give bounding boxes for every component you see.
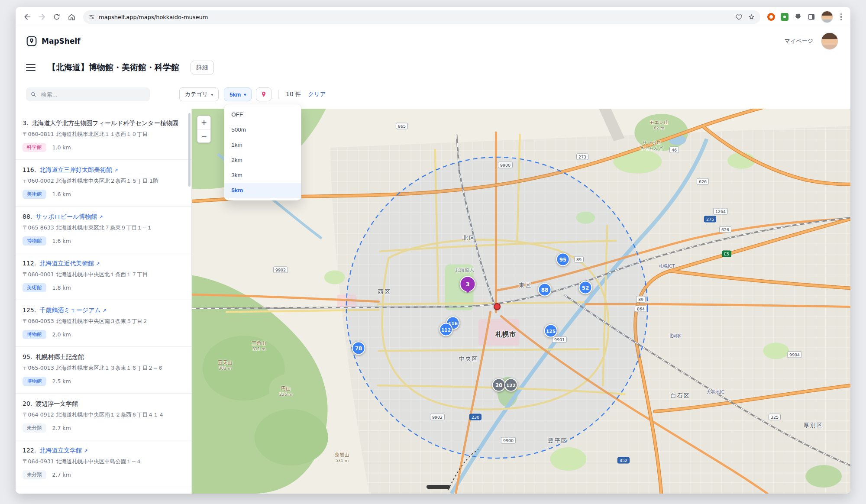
radius-dropdown[interactable]: 5km ▾ OFF500m1km2km3km5km: [224, 87, 252, 101]
list-item[interactable]: 95.札幌村郷土記念館 〒065-0013 北海道札幌市東区北１３条東１６丁目２…: [16, 347, 191, 394]
map-marker[interactable]: 3: [460, 276, 476, 292]
radius-option[interactable]: 5km: [224, 183, 301, 198]
radius-option[interactable]: OFF: [224, 107, 301, 122]
radius-dropdown-panel: OFF500m1km2km3km5km: [224, 104, 301, 200]
result-count: 10 件: [286, 90, 301, 98]
list-item-index: 88.: [23, 213, 32, 220]
category-badge: 博物館: [23, 377, 46, 386]
map-marker[interactable]: 112: [439, 323, 453, 336]
mypage-link[interactable]: マイページ: [785, 37, 813, 45]
radius-option[interactable]: 3km: [224, 168, 301, 183]
list-item-title: 122.北海道立文学館↗: [23, 447, 183, 455]
extension-orange-icon[interactable]: [767, 13, 775, 21]
distance-label: 2.0 km: [52, 331, 71, 338]
map-marker[interactable]: 122: [504, 378, 518, 392]
search-icon: [30, 91, 36, 98]
list-item-address: 〒060-0053 北海道札幌市中央区南３条東５丁目２: [23, 318, 183, 325]
list-item-title: 88.サッポロビール博物館↗: [23, 213, 183, 221]
clear-button[interactable]: クリア: [308, 90, 326, 98]
extensions-puzzle-icon[interactable]: [794, 13, 802, 21]
list-item[interactable]: 122.北海道立文学館↗ 〒064-0931 北海道札幌市中央区中島公園１−４ …: [16, 440, 191, 487]
detail-button[interactable]: 詳細: [191, 61, 214, 74]
category-dropdown[interactable]: カテゴリ ▾: [179, 87, 219, 101]
browser-menu-button[interactable]: [839, 12, 844, 23]
distance-label: 1.0 km: [52, 144, 71, 151]
app-logo[interactable]: MapShelf: [26, 36, 81, 47]
radius-option[interactable]: 500m: [224, 122, 301, 137]
home-button[interactable]: [64, 10, 79, 24]
external-link-icon: ↗: [96, 261, 100, 267]
list-item[interactable]: 116.北海道立三岸好太郎美術館↗ 〒060-0002 北海道札幌市中央区北２条…: [16, 160, 191, 207]
list-item-title: 20.渡辺淳一文学館: [23, 400, 183, 408]
browser-extensions-area: [765, 11, 847, 23]
list-item-title: 125.千歳鶴酒ミュージアム↗: [23, 307, 183, 314]
search-box: [26, 87, 150, 101]
list-item-address: 〒060-0002 北海道札幌市中央区北２条西１５丁目 1階: [23, 178, 183, 185]
category-badge: 美術館: [23, 283, 46, 292]
bookmark-star-icon[interactable]: [748, 13, 755, 21]
search-center-pin: [494, 303, 501, 310]
map-marker[interactable]: 95: [556, 253, 570, 266]
zoom-out-button[interactable]: −: [197, 129, 210, 142]
list-item-name[interactable]: サッポロビール博物館: [36, 213, 97, 220]
content-area: 3.北海道大学北方生物圏フィールド科学センター植物園 〒060-0811 北海道…: [16, 109, 850, 494]
list-item-index: 95.: [23, 353, 32, 360]
map-marker[interactable]: 78: [352, 342, 365, 355]
result-list: 3.北海道大学北方生物圏フィールド科学センター植物園 〒060-0811 北海道…: [16, 109, 192, 494]
user-avatar[interactable]: [821, 32, 838, 50]
back-button[interactable]: [20, 10, 35, 24]
list-item-index: 112.: [23, 260, 36, 267]
distance-label: 1.6 km: [52, 238, 71, 244]
extension-green-icon[interactable]: [781, 13, 788, 21]
app-name: MapShelf: [42, 37, 81, 45]
pin-filter-button[interactable]: [256, 87, 271, 101]
map-marker[interactable]: 20: [492, 378, 506, 392]
heart-icon[interactable]: [735, 13, 743, 21]
zoom-in-button[interactable]: +: [197, 116, 210, 129]
radius-option[interactable]: 2km: [224, 152, 301, 168]
side-panel-icon[interactable]: [808, 13, 815, 21]
forward-button[interactable]: [35, 10, 49, 24]
category-badge: 博物館: [23, 330, 46, 339]
external-link-icon: ↗: [99, 214, 103, 220]
map-marker[interactable]: 52: [579, 281, 592, 294]
distance-label: 1.6 km: [52, 191, 71, 197]
external-link-icon: ↗: [114, 168, 118, 173]
map-marker[interactable]: 88: [538, 283, 552, 297]
list-item-address: 〒060-0811 北海道札幌市北区北１１条西１０丁目: [23, 131, 183, 138]
list-item-name[interactable]: 北海道立三岸好太郎美術館: [39, 166, 112, 173]
list-item[interactable]: 88.サッポロビール博物館↗ 〒065-8633 北海道札幌市東区北７条東９丁目…: [16, 207, 191, 253]
map-marker[interactable]: 125: [544, 324, 558, 338]
list-item-index: 20.: [23, 400, 32, 407]
map-scale-bar: [427, 485, 450, 489]
external-link-icon: ↗: [84, 448, 87, 454]
list-item-title: 112.北海道立近代美術館↗: [23, 260, 183, 268]
hamburger-menu-button[interactable]: [26, 64, 36, 71]
site-info-icon[interactable]: [88, 13, 95, 20]
list-item-index: 3.: [23, 120, 28, 126]
list-item[interactable]: 20.渡辺淳一文学館 〒064-0912 北海道札幌市中央区南１２条西６丁目４１…: [16, 394, 191, 440]
reload-button[interactable]: [49, 10, 64, 24]
filter-toolbar: カテゴリ ▾ 5km ▾ OFF500m1km2km3km5km 10 件 クリ…: [16, 80, 850, 109]
distance-label: 1.8 km: [52, 284, 71, 291]
distance-label: 2.7 km: [52, 425, 71, 431]
list-item-name: 渡辺淳一文学館: [36, 400, 78, 407]
list-item-name: 札幌村郷土記念館: [36, 353, 84, 360]
radius-option[interactable]: 1km: [224, 137, 301, 152]
list-item[interactable]: 3.北海道大学北方生物圏フィールド科学センター植物園 〒060-0811 北海道…: [16, 113, 191, 160]
url-bar[interactable]: mapshelf.app/maps/hokkaido-museum: [83, 10, 760, 24]
list-item-name[interactable]: 千歳鶴酒ミュージアム: [39, 307, 101, 313]
list-item-name[interactable]: 北海道立近代美術館: [39, 260, 94, 267]
list-item-address: 〒064-0912 北海道札幌市中央区南１２条西６丁目４１４: [23, 411, 183, 419]
sidebar-scrollbar[interactable]: [188, 113, 191, 187]
browser-profile-avatar[interactable]: [821, 11, 833, 23]
list-item[interactable]: 112.北海道立近代美術館↗ 〒060-0001 北海道札幌市中央区北１条西１７…: [16, 253, 191, 300]
list-item-name[interactable]: 北海道立文学館: [39, 447, 82, 454]
list-item[interactable]: 125.千歳鶴酒ミュージアム↗ 〒060-0053 北海道札幌市中央区南３条東５…: [16, 300, 191, 347]
desktop-background: mapshelf.app/maps/hokkaido-museum: [0, 0, 866, 504]
category-badge: 科学館: [23, 143, 46, 152]
mapshelf-logo-icon: [26, 36, 37, 47]
list-item-name: 北海道大学北方生物圏フィールド科学センター植物園: [32, 120, 178, 126]
distance-label: 2.7 km: [52, 472, 71, 478]
search-input[interactable]: [40, 91, 145, 98]
